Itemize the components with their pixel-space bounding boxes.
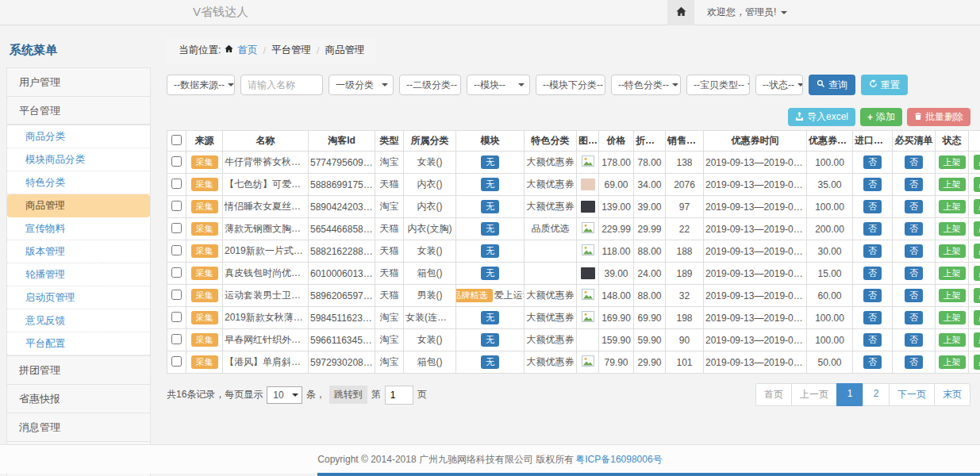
icp-link[interactable]: 粤ICP备16098006号 [575, 453, 662, 466]
must-buy-toggle[interactable]: 否 [905, 289, 923, 301]
sidebar-item-5[interactable]: 版本管理 [7, 240, 150, 263]
edit-button[interactable] [974, 332, 980, 347]
operations-cell [969, 218, 980, 240]
row-checkbox-cell [167, 240, 186, 263]
filter-select-0[interactable]: --数据来源-- [167, 75, 235, 95]
status-badge[interactable]: 上架 [939, 333, 966, 346]
row-checkbox[interactable] [171, 312, 182, 322]
reset-button[interactable]: 重置 [861, 75, 908, 95]
sidebar-section-bottom-0[interactable]: 拼团管理 [6, 355, 151, 384]
import-optimal-toggle[interactable]: 否 [863, 289, 882, 301]
add-button[interactable]: + 添加 [860, 108, 902, 126]
sidebar-item-2[interactable]: 特色分类 [7, 171, 150, 194]
name-cell: 薄款无钢圈文胸聚拢性... [223, 218, 309, 240]
status-badge[interactable]: 上架 [939, 244, 966, 257]
status-badge[interactable]: 上架 [939, 200, 966, 213]
status-badge[interactable]: 上架 [939, 311, 966, 324]
status-badge[interactable]: 上架 [939, 267, 966, 279]
pager-button-2[interactable]: 1 [836, 383, 863, 406]
breadcrumb-home-link[interactable]: 首页 [237, 44, 257, 57]
row-checkbox[interactable] [171, 223, 182, 233]
status-badge[interactable]: 上架 [939, 289, 966, 301]
must-buy-toggle[interactable]: 否 [905, 178, 923, 190]
row-checkbox[interactable] [171, 356, 182, 367]
sidebar-item-0[interactable]: 商品分类 [7, 125, 150, 148]
edit-button[interactable] [974, 266, 980, 281]
sidebar-section-bottom-1[interactable]: 省惠快报 [6, 384, 151, 413]
filter-select-6[interactable]: --特色分类-- [611, 75, 681, 95]
status-badge[interactable]: 上架 [939, 355, 966, 368]
import-optimal-toggle[interactable]: 否 [863, 333, 882, 346]
sidebar-item-3[interactable]: 商品管理 [7, 194, 150, 217]
batch-delete-button[interactable]: 批量删除 [907, 108, 970, 126]
discount-price-cell: 29.90 [634, 351, 666, 374]
edit-button[interactable] [974, 199, 980, 214]
edit-icon [978, 290, 980, 301]
row-checkbox[interactable] [171, 290, 182, 300]
import-optimal-toggle[interactable]: 否 [863, 178, 882, 190]
import-optimal-toggle[interactable]: 否 [863, 355, 882, 368]
sidebar-section-1[interactable]: 平台管理 [6, 96, 151, 125]
must-buy-toggle[interactable]: 否 [905, 333, 923, 346]
query-button[interactable]: 查询 [809, 75, 855, 95]
edit-button[interactable] [974, 288, 980, 303]
must-buy-toggle[interactable]: 否 [905, 311, 923, 324]
per-page-select[interactable]: 10 [267, 386, 302, 404]
import-optimal-toggle[interactable]: 否 [863, 267, 882, 279]
status-badge[interactable]: 上架 [939, 178, 966, 190]
sidebar-item-1[interactable]: 模块商品分类 [7, 148, 150, 171]
filter-select-5[interactable]: --模块下分类-- [536, 75, 605, 95]
must-buy-toggle[interactable]: 否 [905, 267, 923, 279]
filter-select-7[interactable]: --宝贝类型-- [686, 75, 750, 95]
status-badge[interactable]: 上架 [939, 155, 966, 168]
sidebar-section-bottom-2[interactable]: 消息管理 [6, 413, 151, 441]
pager-button-4[interactable]: 下一页 [889, 383, 935, 406]
page-number-input[interactable] [385, 386, 413, 405]
import-optimal-toggle[interactable]: 否 [863, 200, 882, 213]
filter-select-8[interactable]: --状态-- [755, 75, 803, 95]
filter-select-2[interactable]: 一级分类 [329, 75, 394, 95]
filter-select-4[interactable]: --模块-- [467, 75, 530, 95]
import-optimal-toggle[interactable]: 否 [863, 311, 882, 324]
sidebar-section-0[interactable]: 用户管理 [6, 67, 151, 96]
user-menu[interactable]: 欢迎您，管理员! [707, 6, 969, 19]
must-buy-toggle[interactable]: 否 [905, 222, 923, 235]
row-checkbox[interactable] [171, 267, 182, 278]
home-button[interactable] [667, 0, 694, 25]
sales-cell: 32 [666, 285, 704, 307]
sidebar-item-7[interactable]: 启动页管理 [7, 286, 150, 309]
row-checkbox[interactable] [171, 334, 182, 344]
edit-button[interactable] [974, 221, 980, 236]
must-buy-toggle[interactable]: 否 [905, 200, 923, 213]
select-all-checkbox[interactable] [171, 135, 182, 145]
sidebar-item-9[interactable]: 平台配置 [7, 332, 150, 355]
discount-price-cell: 88.00 [634, 285, 666, 307]
name-cell: 早春网红针织外套女春... [223, 329, 309, 351]
name-search-input[interactable] [240, 75, 323, 95]
pager-button-3[interactable]: 2 [863, 383, 890, 406]
edit-button[interactable] [974, 355, 980, 370]
edit-button[interactable] [974, 310, 980, 325]
pager-button-5[interactable]: 末页 [934, 383, 970, 406]
row-checkbox[interactable] [171, 245, 182, 255]
import-optimal-toggle[interactable]: 否 [863, 155, 882, 168]
module-cell: 无 [456, 218, 525, 240]
import-optimal-toggle[interactable]: 否 [863, 244, 882, 257]
status-cell: 上架 [936, 307, 969, 329]
status-badge[interactable]: 上架 [939, 222, 966, 235]
filter-select-3[interactable]: --二级分类-- [399, 75, 461, 95]
row-checkbox[interactable] [171, 156, 182, 167]
sidebar-item-6[interactable]: 轮播管理 [7, 263, 150, 286]
sidebar-item-8[interactable]: 意见反馈 [7, 309, 150, 332]
import-optimal-toggle[interactable]: 否 [863, 222, 882, 235]
edit-button[interactable] [974, 244, 980, 259]
import-excel-button[interactable]: 导入excel [788, 108, 855, 126]
edit-button[interactable] [974, 177, 980, 192]
must-buy-toggle[interactable]: 否 [905, 244, 923, 257]
edit-button[interactable] [974, 155, 980, 170]
sidebar-item-4[interactable]: 宣传物料 [7, 217, 150, 240]
row-checkbox[interactable] [171, 178, 182, 189]
row-checkbox[interactable] [171, 201, 182, 211]
must-buy-toggle[interactable]: 否 [905, 155, 923, 168]
must-buy-toggle[interactable]: 否 [905, 355, 923, 368]
